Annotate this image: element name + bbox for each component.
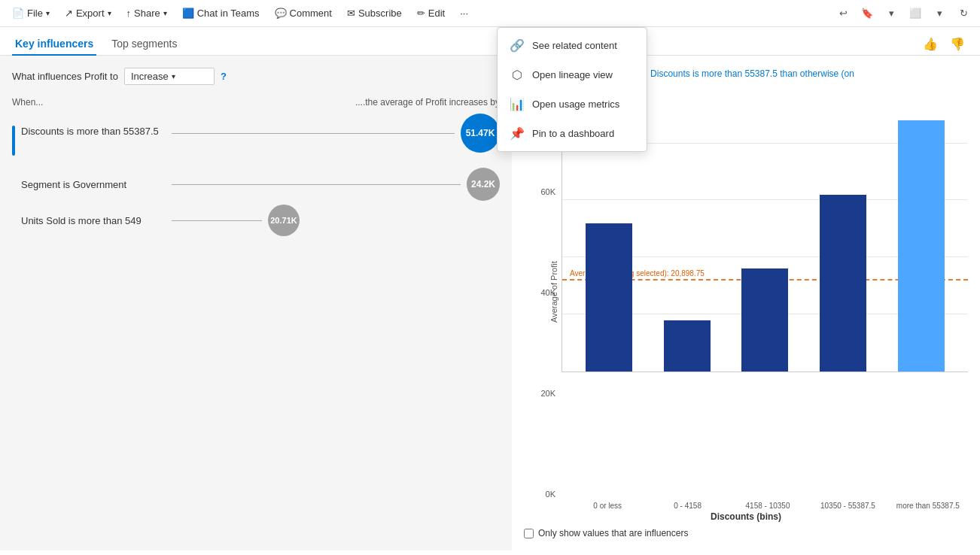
export-chevron: ▾ [108, 9, 111, 17]
menu-item-open-lineage-view[interactable]: ⬡ Open lineage view [498, 60, 647, 89]
influencer-label: Units Sold is more than 549 [21, 215, 172, 226]
refresh-button[interactable]: ↻ [953, 3, 974, 24]
edit-button[interactable]: ✏ Edit [411, 5, 451, 22]
bar-3[interactable] [820, 86, 866, 372]
bar-2[interactable] [741, 86, 788, 372]
menu-item-see-related-content[interactable]: 🔗 See related content [498, 31, 647, 60]
influencer-line [172, 184, 461, 185]
influencer-bubble: 20.71K [268, 205, 300, 236]
influencer-line [172, 220, 262, 221]
subscribe-button[interactable]: ✉ Subscribe [341, 5, 408, 22]
bar-4[interactable] [898, 86, 945, 372]
x-label-1: 0 - 4158 [647, 502, 727, 510]
bar-1[interactable] [664, 86, 711, 372]
toolbar-right: ↩ 🔖 ▾ ⬜ ▾ ↻ [832, 3, 974, 24]
more-button[interactable]: ··· [454, 5, 474, 22]
influencer-line-container: 51.47K [172, 126, 500, 141]
share-icon: ↑ [126, 8, 132, 19]
x-label-4: more than 55387.5 [888, 502, 968, 510]
influencer-label: Segment is Government [21, 179, 172, 190]
y-axis-label: Average of Profit [549, 262, 558, 323]
influencers-only-checkbox[interactable] [524, 529, 534, 538]
x-axis-labels: 0 or less 0 - 4158 4158 - 10350 10350 - … [568, 502, 968, 510]
x-axis-title: Discounts (bins) [524, 511, 968, 522]
thumbs-up-button[interactable]: 👍 [920, 35, 941, 53]
toolbar: 📄 File ▾ ↗ Export ▾ ↑ Share ▾ 🟦 Chat in … [0, 0, 980, 27]
menu-item-open-usage-metrics[interactable]: 📊 Open usage metrics [498, 89, 647, 119]
file-chevron: ▾ [46, 9, 50, 17]
influencer-bubble: 24.2K [467, 168, 500, 201]
left-panel: What influences Profit to Increase ▾ ? W… [0, 56, 512, 550]
file-icon: 📄 [12, 8, 24, 19]
tab-key-influencers[interactable]: Key influencers [12, 33, 96, 56]
influencer-row[interactable]: Units Sold is more than 549 20.71K [12, 207, 500, 234]
share-chevron: ▾ [163, 9, 167, 17]
x-label-3: 10350 - 55387.5 [808, 502, 887, 510]
influencer-bubble: 51.47K [461, 114, 500, 153]
export-menu[interactable]: ↗ Export ▾ [59, 5, 117, 22]
influencer-line-container: 24.2K [172, 177, 500, 192]
tabs-right: 👍 👎 [920, 35, 968, 53]
edit-icon: ✏ [417, 8, 425, 19]
footer-checkbox: Only show values that are influencers [524, 528, 968, 538]
related-content-icon: 🔗 [510, 38, 525, 53]
teams-icon: 🟦 [182, 8, 194, 19]
share-menu[interactable]: ↑ Share ▾ [120, 5, 173, 22]
influencer-row[interactable]: Discounts is more than 55387.5 51.47K [12, 120, 500, 162]
influencer-line [172, 133, 455, 134]
chart-area: Average of Profit 80K 60K 40K 20K 0K [524, 86, 968, 538]
subscribe-icon: ✉ [347, 8, 355, 19]
x-label-2: 4158 - 10350 [728, 502, 808, 510]
fullscreen-button[interactable]: ⬜ [905, 3, 926, 24]
export-icon: ↗ [65, 8, 73, 19]
lineage-icon: ⬡ [510, 68, 525, 82]
tabs-bar: Key influencers Top segments 👍 👎 [0, 27, 980, 56]
help-icon: ? [221, 71, 227, 82]
tab-top-segments[interactable]: Top segments [108, 33, 180, 56]
influencer-label: Discounts is more than 55387.5 [21, 126, 172, 137]
file-menu[interactable]: 📄 File ▾ [6, 5, 56, 22]
pin-icon: 📌 [510, 126, 525, 141]
main-content: What influences Profit to Increase ▾ ? W… [0, 56, 980, 550]
column-headers: When... ....the average of Profit increa… [12, 94, 500, 111]
accent-bar [12, 126, 15, 156]
increase-dropdown[interactable]: Increase ▾ [124, 68, 215, 85]
usage-metrics-icon: 📊 [510, 97, 525, 111]
comment-icon: 💬 [275, 8, 287, 19]
chat-in-teams-button[interactable]: 🟦 Chat in Teams [176, 5, 266, 22]
influencer-row[interactable]: Segment is Government 24.2K [12, 171, 500, 198]
undo-button[interactable]: ↩ [832, 3, 854, 24]
fullscreen-chevron[interactable]: ▾ [929, 3, 950, 24]
dropdown-menu: 🔗 See related content ⬡ Open lineage vie… [497, 27, 647, 152]
bookmark-button[interactable]: 🔖 [857, 3, 878, 24]
influencer-question: What influences Profit to Increase ▾ ? [12, 68, 500, 85]
menu-item-pin-to-dashboard[interactable]: 📌 Pin to a dashboard [498, 119, 647, 148]
bookmark-chevron[interactable]: ▾ [881, 3, 902, 24]
dropdown-chevron-icon: ▾ [172, 72, 175, 80]
comment-button[interactable]: 💬 Comment [269, 5, 338, 22]
influencer-line-container: 20.71K [172, 213, 500, 228]
thumbs-down-button[interactable]: 👎 [947, 35, 968, 53]
x-label-0: 0 or less [568, 502, 647, 510]
